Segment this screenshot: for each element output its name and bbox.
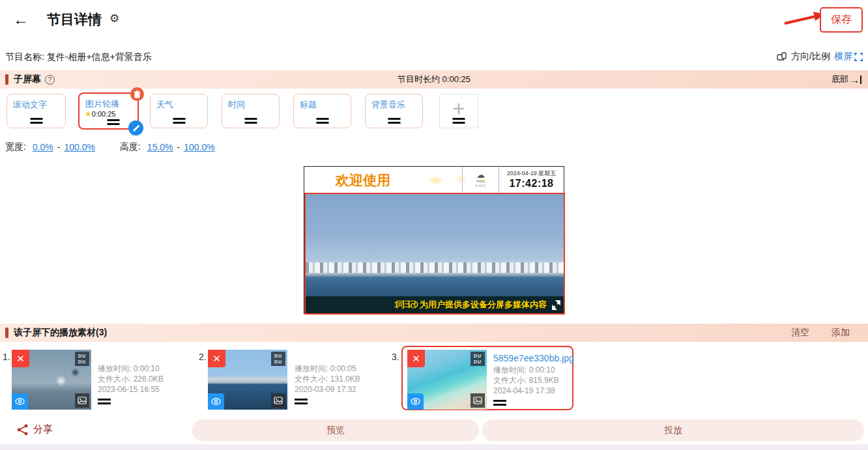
preview-material-button[interactable] (208, 393, 224, 410)
widget-label: 天气 (156, 99, 173, 111)
height-max-link[interactable]: 100.0% (184, 142, 214, 152)
widget-card-image-carousel[interactable]: 图片轮播 ★0:00:25 (78, 92, 139, 130)
edit-widget-button[interactable] (128, 120, 143, 135)
drag-handle-icon (453, 118, 465, 124)
preview-time-subscreen[interactable]: 2024-04-19 星期五 17:42:18 (499, 167, 564, 193)
widget-card-title[interactable]: 标题 (293, 94, 351, 128)
eye-icon (211, 398, 221, 405)
material-date: 2020-03-09 17:32 (295, 384, 360, 395)
preview-material-button[interactable] (407, 393, 424, 410)
width-max-link[interactable]: 100.0% (64, 142, 94, 152)
clear-materials-button[interactable]: 清空 (791, 327, 809, 339)
preview-image-subscreen[interactable]: 1同日记0 为用户提供多设备分屏多媒体内容 (304, 193, 565, 315)
expand-icon[interactable] (551, 300, 561, 310)
material-thumbnail-2[interactable]: ✕ DU DU (208, 350, 287, 410)
subscreen-section-bar: 子屏幕 ? 节目时长约 0:00:25 底部 → (0, 70, 868, 89)
align-bottom-control[interactable]: 底部 → (832, 74, 861, 85)
material-index: 1. (3, 352, 10, 362)
material-size: 文件大小: 131.0KB (295, 374, 360, 384)
widget-card-scroll-text[interactable]: 滚动文字 (7, 94, 66, 128)
program-duration: 节目时长约 0:00:25 (0, 74, 868, 85)
remove-material-button[interactable]: ✕ (208, 350, 225, 367)
preview-material-button[interactable] (12, 393, 28, 410)
drag-handle-icon[interactable] (388, 118, 400, 124)
widget-duration: ★0:00:25 (85, 109, 115, 119)
delete-widget-button[interactable] (130, 87, 144, 101)
widget-label: 时间 (228, 99, 245, 111)
drag-handle-icon[interactable] (493, 400, 506, 406)
trash-icon (134, 91, 141, 98)
preview-weather-subscreen[interactable]: ☁ Beijing 4~11°C (462, 167, 499, 193)
add-widget-card[interactable]: + (439, 94, 478, 128)
materials-section-bar: 该子屏下的播放素材(3) 清空 添加 (0, 324, 868, 342)
preview-marquee-bar[interactable]: 1同日记0 为用户提供多设备分屏多媒体内容 (306, 296, 564, 313)
remove-material-button[interactable]: ✕ (12, 350, 29, 367)
share-button[interactable]: 分享 (17, 423, 53, 436)
widget-label: 背景音乐 (371, 99, 405, 111)
orientation-value-button[interactable]: 横屏 (834, 51, 863, 63)
material-index: 2. (199, 352, 207, 362)
preview-title-subscreen[interactable]: 欢迎使用 (304, 167, 462, 193)
drag-handle-icon[interactable] (244, 118, 257, 124)
material-size: 文件大小: 815.9KB (493, 375, 574, 386)
drag-handle-icon[interactable] (295, 399, 308, 404)
program-preview: 欢迎使用 ☁ Beijing 4~11°C 2024-04-19 星期五 17:… (304, 166, 564, 314)
drag-handle-icon[interactable] (316, 118, 328, 124)
material-duration: 播放时间: 0:00:10 (493, 365, 574, 375)
add-material-button[interactable]: 添加 (832, 327, 850, 339)
gear-icon[interactable]: ⚙ (109, 12, 119, 25)
material-meta: 5859e7ee330bb.jpg 播放时间: 0:00:10 文件大小: 81… (493, 353, 574, 396)
arrow-to-bar-icon: → (850, 74, 861, 85)
orientation-label: 方向/比例 (791, 51, 830, 63)
bottom-strip (0, 444, 868, 450)
back-button[interactable]: ← (13, 10, 29, 29)
widget-card-background-music[interactable]: 背景音乐 (365, 94, 423, 128)
watermark-badge: DU DU (75, 352, 89, 366)
material-duration: 播放时间: 0:00:10 (98, 363, 164, 374)
material-duration: 播放时间: 0:00:05 (295, 363, 360, 374)
preview-time: 17:42:18 (499, 178, 564, 190)
drag-handle-icon[interactable] (30, 118, 42, 124)
marquee-garbled-text: 1同日记0 (394, 299, 416, 311)
page-title: 节目详情 (47, 10, 102, 29)
orientation-control: 方向/比例 横屏 (777, 51, 863, 63)
share-label: 分享 (33, 423, 53, 436)
material-index: 3. (392, 352, 399, 362)
material-meta: 播放时间: 0:00:05 文件大小: 131.0KB 2020-03-09 1… (295, 363, 360, 395)
cast-program-button[interactable]: 投放 (482, 419, 864, 441)
save-button[interactable]: 保存 (820, 7, 863, 33)
material-thumbnail-1[interactable]: ✕ DU DU (12, 350, 91, 410)
width-min-link[interactable]: 0.0% (33, 142, 53, 152)
preview-program-button[interactable]: 预览 (192, 419, 479, 441)
weather-city: Beijing (465, 179, 497, 183)
eye-icon (15, 398, 25, 405)
app-window: ← 节目详情 ⚙ 保存 节目名称: 复件-相册+信息+背景音乐 方向/比例 横屏… (0, 0, 868, 450)
image-type-icon (470, 393, 485, 408)
drag-handle-icon[interactable] (173, 118, 185, 124)
material-thumbnail-3[interactable]: ✕ DU DU (407, 350, 487, 410)
size-row: 宽度: 0.0% - 100.0% 高度: 15.0% - 100.0% (5, 141, 215, 153)
material-date: 2024-04-19 17:38 (493, 386, 574, 396)
widget-label: 滚动文字 (13, 99, 47, 111)
orientation-icon (777, 52, 787, 61)
image-type-icon (75, 393, 89, 408)
cloud-icon: ☁ (463, 171, 499, 179)
remove-material-button[interactable]: ✕ (407, 350, 425, 367)
widget-card-weather[interactable]: 天气 (150, 94, 208, 128)
separator: - (57, 142, 61, 152)
star-icon: ★ (85, 109, 92, 119)
preview-header: 欢迎使用 ☁ Beijing 4~11°C 2024-04-19 星期五 17:… (304, 167, 564, 193)
drag-handle-icon[interactable] (107, 119, 119, 125)
watermark-badge: DU DU (470, 352, 485, 366)
orientation-value: 横屏 (834, 51, 852, 63)
drag-handle-icon[interactable] (98, 399, 111, 404)
weather-temp: 4~11°C (465, 184, 497, 188)
separator: - (177, 142, 181, 152)
width-label: 宽度: (5, 141, 26, 153)
fullscreen-corners-icon (854, 53, 863, 61)
height-min-link[interactable]: 15.0% (147, 142, 173, 152)
widget-card-time[interactable]: 时间 (222, 94, 280, 128)
marquee-text: 为用户提供多设备分屏多媒体内容 (420, 299, 547, 311)
preview-date: 2024-04-19 星期五 (499, 169, 564, 178)
watermark-badge: DU DU (271, 352, 285, 366)
